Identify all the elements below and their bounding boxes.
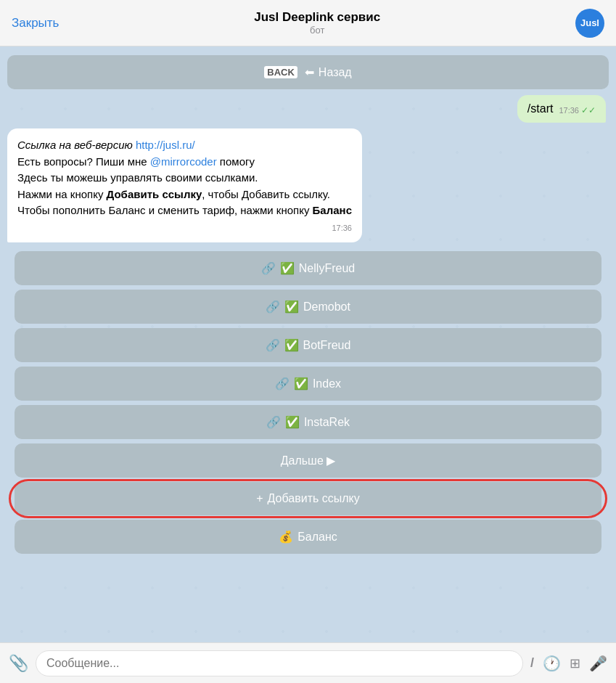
app-container: Закрыть Jusl Deeplink сервис бот Jusl BA…	[0, 0, 616, 683]
bot-time: 17:36	[332, 222, 352, 234]
back-label: Назад	[319, 66, 352, 79]
check-icon-1: ✅	[284, 300, 299, 314]
avatar[interactable]: Jusl	[575, 9, 604, 38]
clock-icon[interactable]: 🕐	[543, 655, 561, 672]
bot-bubble: Ссылка на веб-версию http://jusl.ru/ Ест…	[7, 128, 362, 242]
header: Закрыть Jusl Deeplink сервис бот Jusl	[0, 0, 616, 46]
bot-link[interactable]: http://jusl.ru/	[136, 139, 195, 151]
balance-label: Баланс	[297, 531, 337, 544]
back-button[interactable]: BACK ⬅ Назад	[7, 55, 609, 89]
link-icon-3: 🔗	[275, 377, 289, 390]
bold-add: Добавить ссылку	[107, 188, 202, 200]
back-arrow-icon: ⬅	[305, 65, 314, 79]
btn-label-0: NellyFreud	[299, 262, 355, 275]
checkmarks-icon: ✓✓	[581, 105, 596, 115]
attach-icon[interactable]: 📎	[9, 654, 28, 673]
balance-icon: 💰	[279, 530, 293, 544]
btn-label-1: Demobot	[303, 300, 350, 314]
kb-btn-instarek[interactable]: 🔗 ✅ InstaRek	[15, 405, 601, 439]
link-icon-1: 🔗	[266, 300, 280, 314]
back-icon: BACK	[264, 66, 297, 78]
btn-label-2: BotFreud	[303, 339, 351, 352]
check-icon-3: ✅	[294, 377, 308, 390]
kb-btn-index[interactable]: 🔗 ✅ Index	[15, 367, 601, 401]
add-icon: +	[256, 492, 263, 505]
mic-icon[interactable]: 🎤	[589, 655, 607, 672]
outgoing-message: /start 17:36 ✓✓	[7, 95, 606, 123]
bot-line1-prefix: Ссылка на веб-версию	[17, 139, 136, 151]
grid-icon[interactable]: ⊞	[570, 655, 580, 671]
input-icons: / 🕐 ⊞ 🎤	[530, 655, 607, 672]
link-icon-0: 🔗	[261, 261, 276, 275]
link-icon-2: 🔗	[266, 338, 280, 352]
add-link-wrapper: + Добавить ссылку	[15, 482, 601, 515]
back-button-row: BACK ⬅ Назад	[7, 55, 609, 89]
start-time: 17:36 ✓✓	[559, 105, 596, 115]
start-bubble: /start 17:36 ✓✓	[517, 95, 606, 123]
header-subtitle: бот	[254, 25, 380, 36]
next-label: Дальше ▶	[281, 454, 336, 467]
command-icon[interactable]: /	[530, 655, 534, 671]
input-bar: 📎 / 🕐 ⊞ 🎤	[0, 642, 616, 683]
btn-label-3: Index	[313, 377, 341, 390]
message-input[interactable]	[36, 650, 523, 676]
bot-message: Ссылка на веб-версию http://jusl.ru/ Ест…	[7, 128, 609, 242]
keyboard-area: 🔗 ✅ NellyFreud 🔗 ✅ Demobot 🔗 ✅ BotFreud …	[7, 248, 609, 557]
next-button[interactable]: Дальше ▶	[15, 443, 601, 478]
link-icon-4: 🔗	[266, 415, 281, 429]
bot-line2: Есть вопросы? Пиши мне @mirrorcoder помо…	[17, 154, 352, 171]
bot-line1: Ссылка на веб-версию http://jusl.ru/	[17, 137, 352, 154]
check-icon-0: ✅	[280, 261, 295, 275]
kb-btn-botfreud[interactable]: 🔗 ✅ BotFreud	[15, 328, 601, 362]
balance-button[interactable]: 💰 Баланс	[15, 520, 601, 554]
bot-line4: Нажми на кнопку Добавить ссылку, чтобы Д…	[17, 187, 352, 203]
add-link-label: Добавить ссылку	[268, 492, 360, 505]
kb-btn-nellyfreud[interactable]: 🔗 ✅ NellyFreud	[15, 251, 601, 285]
close-button[interactable]: Закрыть	[12, 16, 59, 30]
bot-line5: Чтобы пополнить Баланс и сменить тариф, …	[17, 203, 352, 219]
chat-area: BACK ⬅ Назад /start 17:36 ✓✓ Ссылка на в…	[0, 46, 616, 642]
check-icon-2: ✅	[284, 338, 299, 352]
mention-link[interactable]: @mirrorcoder	[150, 155, 217, 168]
bot-line3: Здесь ты можешь управлять своими ссылкам…	[17, 170, 352, 187]
add-link-button[interactable]: + Добавить ссылку	[15, 482, 601, 515]
header-title: Jusl Deeplink сервис	[254, 10, 380, 25]
header-center: Jusl Deeplink сервис бот	[254, 10, 380, 36]
btn-label-4: InstaRek	[304, 416, 350, 429]
kb-btn-demobot[interactable]: 🔗 ✅ Demobot	[15, 290, 601, 324]
start-text: /start	[527, 102, 554, 115]
bold-balance: Баланс	[313, 204, 352, 216]
check-icon-4: ✅	[285, 415, 300, 429]
